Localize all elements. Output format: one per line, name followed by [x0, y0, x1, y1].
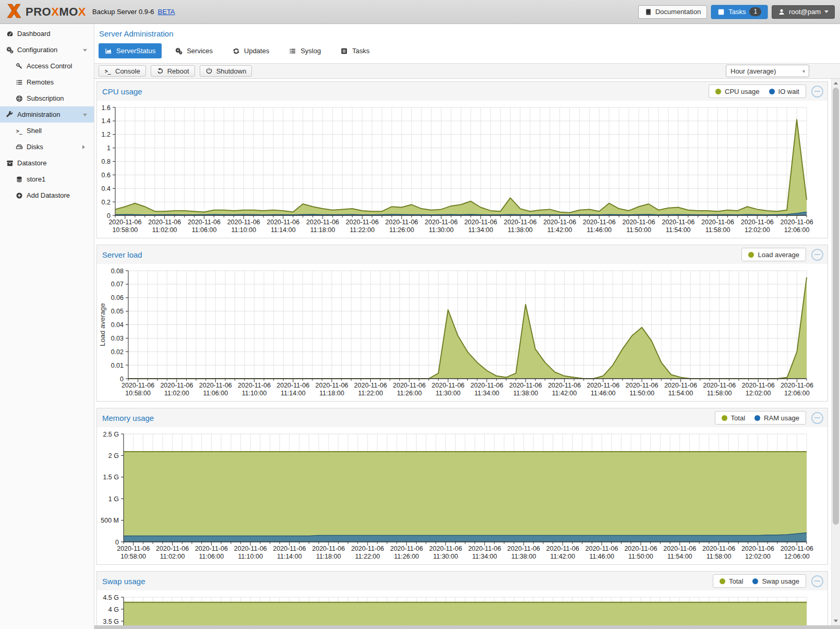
svg-text:11:02:00: 11:02:00: [160, 553, 185, 560]
sidebar-item-remotes[interactable]: Remotes: [0, 74, 94, 90]
svg-text:2020-11-06: 2020-11-06: [234, 545, 267, 552]
svg-text:2.5 G: 2.5 G: [103, 431, 119, 438]
proxmox-logo-icon: [5, 3, 23, 21]
chevron-down-icon[interactable]: [83, 114, 87, 118]
svg-text:10:58:00: 10:58:00: [125, 390, 151, 397]
vertical-scrollbar[interactable]: [831, 79, 840, 625]
collapse-panel-icon[interactable]: [811, 575, 823, 587]
scroll-down-button[interactable]: [832, 617, 840, 625]
scroll-up-button[interactable]: [832, 79, 840, 87]
console-button[interactable]: >_ Console: [99, 65, 146, 77]
svg-text:11:54:00: 11:54:00: [668, 390, 693, 397]
svg-text:2020-11-06: 2020-11-06: [425, 219, 458, 226]
tab-label: Tasks: [352, 47, 369, 55]
horizontal-scrollbar[interactable]: [94, 625, 840, 629]
svg-text:2 G: 2 G: [108, 452, 119, 459]
svg-text:2020-11-06: 2020-11-06: [781, 219, 813, 226]
svg-text:2020-11-06: 2020-11-06: [121, 382, 154, 389]
legend-item-load-average[interactable]: Load average: [748, 251, 799, 259]
svg-text:11:06:00: 11:06:00: [192, 226, 217, 234]
scrollbar-thumb[interactable]: [833, 88, 839, 525]
cpu-usage-chart: 00.20.40.60.811.21.41.62020-11-0610:58:0…: [97, 101, 829, 238]
console-label: Console: [115, 67, 140, 75]
refresh-icon: [233, 47, 240, 55]
plus-circle-icon: [15, 192, 23, 199]
tab-services[interactable]: Services: [169, 43, 219, 58]
key-icon: [15, 63, 23, 70]
svg-text:11:38:00: 11:38:00: [513, 390, 538, 397]
sidebar-item-disks[interactable]: Disks: [0, 139, 94, 155]
svg-text:11:26:00: 11:26:00: [397, 390, 422, 397]
shutdown-button[interactable]: Shutdown: [200, 65, 252, 77]
life-ring-icon: [15, 95, 23, 102]
sidebar-item-store1[interactable]: store1: [0, 171, 94, 187]
legend-item-ram-usage[interactable]: RAM usage: [754, 414, 799, 422]
timeframe-select[interactable]: Hour (average) ▾: [726, 65, 809, 77]
tab-updates[interactable]: Updates: [226, 43, 275, 58]
legend-label: Load average: [758, 251, 799, 259]
database-icon: [15, 176, 23, 183]
svg-text:2020-11-06: 2020-11-06: [199, 382, 232, 389]
timeframe-value: Hour (average): [731, 67, 776, 75]
svg-text:11:06:00: 11:06:00: [199, 553, 224, 560]
legend-item-cpu-usage[interactable]: CPU usage: [715, 88, 759, 95]
svg-text:2020-11-06: 2020-11-06: [346, 219, 379, 226]
app-header: PROXMOX Backup Server 0.9-6 BETA Documen…: [0, 0, 840, 24]
sidebar-item-dashboard[interactable]: Dashboard: [0, 26, 94, 42]
tasks-button[interactable]: Tasks 1: [711, 5, 768, 19]
svg-text:2020-11-06: 2020-11-06: [385, 219, 418, 226]
tab-label: Syslog: [300, 47, 321, 55]
tab-tasks[interactable]: Tasks: [334, 43, 375, 58]
collapse-panel-icon[interactable]: [811, 412, 823, 424]
tachometer-icon: [5, 30, 14, 38]
sidebar-item-datastore[interactable]: Datastore: [0, 155, 94, 171]
sidebar-item-add-datastore[interactable]: Add Datastore: [0, 187, 94, 203]
chart-area-icon: [105, 47, 112, 55]
brand: PROXMOX Backup Server 0.9-6 BETA: [0, 3, 175, 21]
swap-usage-chart: 0500 M1 G1.5 G2 G2.5 G3 G3.5 G4 G4.5 G20…: [97, 590, 829, 629]
panel-header: Server loadLoad average: [97, 245, 827, 264]
reboot-label: Reboot: [167, 67, 189, 75]
shutdown-label: Shutdown: [216, 67, 247, 75]
legend-item-total[interactable]: Total: [720, 577, 743, 585]
sidebar-item-shell[interactable]: >_Shell: [0, 123, 94, 139]
svg-text:2020-11-06: 2020-11-06: [148, 219, 181, 226]
sidebar-item-label: Disks: [27, 143, 43, 151]
svg-text:0.03: 0.03: [111, 335, 124, 342]
reboot-button[interactable]: Reboot: [151, 65, 195, 77]
sidebar-item-subscription[interactable]: Subscription: [0, 90, 94, 106]
collapse-panel-icon[interactable]: [811, 86, 823, 98]
svg-text:3.5 G: 3.5 G: [103, 618, 119, 625]
tasks-count-badge: 1: [749, 7, 761, 16]
legend-label: RAM usage: [764, 414, 799, 422]
collapse-panel-icon[interactable]: [811, 249, 823, 261]
legend-dot-icon: [722, 415, 727, 421]
beta-link[interactable]: BETA: [158, 8, 175, 16]
charts-panels: CPU usageCPU usageIO wait00.20.40.60.811…: [94, 81, 840, 629]
chevron-right-icon[interactable]: [82, 145, 87, 149]
legend-label: Total: [729, 577, 743, 585]
legend-item-total[interactable]: Total: [722, 414, 745, 422]
svg-text:2020-11-06: 2020-11-06: [781, 545, 813, 552]
svg-text:2020-11-06: 2020-11-06: [470, 382, 503, 389]
tab-serverstatus[interactable]: ServerStatus: [99, 43, 162, 58]
legend-item-swap-usage[interactable]: Swap usage: [752, 577, 799, 585]
legend-item-io-wait[interactable]: IO wait: [769, 88, 799, 95]
svg-text:0.05: 0.05: [111, 308, 124, 315]
svg-text:10:58:00: 10:58:00: [120, 553, 146, 560]
cogs-icon: [5, 46, 14, 54]
svg-text:11:30:00: 11:30:00: [429, 226, 454, 234]
svg-text:11:38:00: 11:38:00: [508, 226, 533, 234]
documentation-button[interactable]: Documentation: [638, 5, 707, 19]
sidebar-item-access-control[interactable]: Access Control: [0, 58, 94, 74]
svg-text:2020-11-06: 2020-11-06: [312, 545, 345, 552]
chevron-down-icon[interactable]: [83, 49, 87, 54]
sidebar-item-configuration[interactable]: Configuration: [0, 42, 94, 58]
svg-text:11:50:00: 11:50:00: [626, 226, 651, 234]
user-menu-button[interactable]: root@pam: [772, 5, 835, 19]
sidebar-item-administration[interactable]: Administration: [0, 106, 94, 123]
svg-text:2020-11-06: 2020-11-06: [432, 382, 465, 389]
tab-syslog[interactable]: Syslog: [283, 43, 327, 58]
svg-text:2020-11-06: 2020-11-06: [664, 382, 697, 389]
svg-text:12:02:00: 12:02:00: [745, 226, 770, 234]
